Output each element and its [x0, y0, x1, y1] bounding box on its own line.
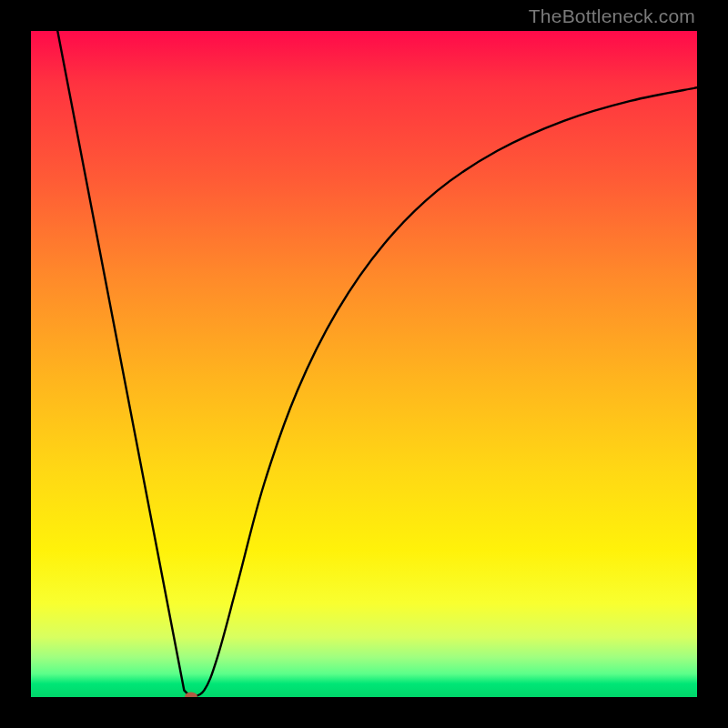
- chart-frame: TheBottleneck.com: [0, 0, 728, 728]
- sweet-spot-marker: [185, 693, 197, 698]
- watermark-text: TheBottleneck.com: [529, 5, 695, 27]
- bottleneck-curve-path: [57, 31, 697, 697]
- curve-svg: [31, 31, 697, 697]
- plot-area: [31, 31, 697, 697]
